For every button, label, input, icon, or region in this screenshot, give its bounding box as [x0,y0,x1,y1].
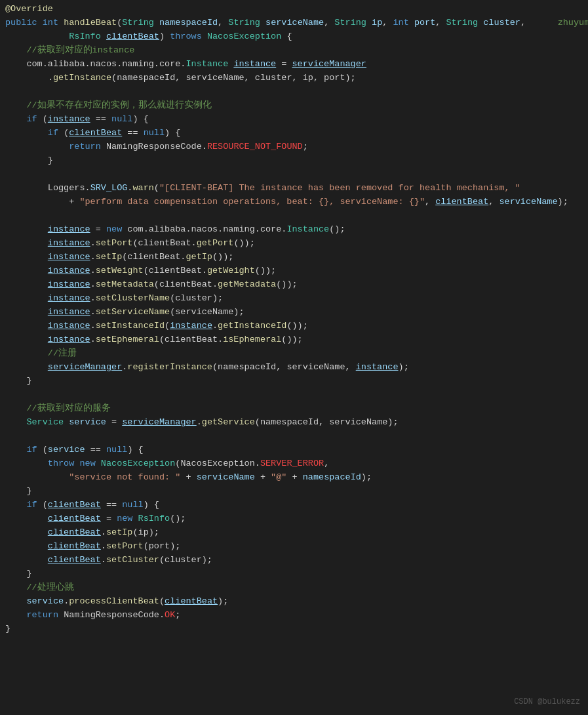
code-line-13 [0,168,588,182]
code-line-42: } [0,567,588,581]
code-line-6: .getInstance(namespaceId, serviceName, c… [0,72,588,85]
annotation-override: @Override [5,4,53,14]
code-line-39: clientBeat.setIp(ip); [0,526,588,540]
code-line-23: instance.setServiceName(serviceName); [0,306,588,319]
code-line-5: com.alibaba.nacos.naming.core.Instance i… [0,58,588,72]
code-line-20: instance.setWeight(clientBeat.getWeight(… [0,264,588,278]
code-line-31: Service service = serviceManager.getServ… [0,416,588,430]
code-line-30: //获取到对应的服务 [0,402,588,416]
code-line-25: instance.setEphemeral(clientBeat.isEphem… [0,333,588,347]
code-line-10: if (clientBeat == null) { [0,127,588,140]
code-line-14: Loggers.SRV_LOG.warn("[CLIENT-BEAT] The … [0,182,588,195]
code-line-18: instance.setPort(clientBeat.getPort()); [0,237,588,251]
code-line-3: RsInfo clientBeat) throws NacosException… [0,30,588,44]
code-line-19: instance.setIp(clientBeat.getIp()); [0,251,588,264]
code-line-45: return NamingResponseCode.OK; [0,609,588,623]
code-line-40: clientBeat.setPort(port); [0,540,588,554]
code-line-44: service.processClientBeat(clientBeat); [0,595,588,609]
code-line-34: throw new NacosException(NacosException.… [0,457,588,471]
code-line-37: if (clientBeat == null) { [0,499,588,512]
code-line-35: "service not found: " + serviceName + "@… [0,471,588,485]
code-line-27: serviceManager.registerInstance(namespac… [0,361,588,375]
kw-int: int [43,18,58,28]
kw-public: public [5,18,37,28]
code-line-28: } [0,375,588,388]
code-line-16 [0,209,588,223]
code-line-7 [0,85,588,99]
method-handlebeat: handleBeat [64,18,117,28]
code-line-12: } [0,154,588,168]
code-line-17: instance = new com.alibaba.nacos.naming.… [0,223,588,237]
code-line-22: instance.setClusterName(cluster); [0,292,588,306]
code-line-46: } [0,623,588,636]
code-line-4: //获取到对应的instance [0,44,588,58]
code-line-15: + "perform data compensation operations,… [0,195,588,209]
code-line-43: //处理心跳 [0,581,588,595]
code-line-9: if (instance == null) { [0,113,588,127]
watermark: CSDN @bulukezz [514,696,580,708]
code-viewer: @Override public int handleBeat(String n… [0,0,588,715]
code-line-38: clientBeat = new RsInfo(); [0,512,588,526]
code-line-11: return NamingResponseCode.RESOURCE_NOT_F… [0,140,588,154]
code-line-32 [0,430,588,443]
code-line-36: } [0,485,588,499]
code-line-1: @Override [0,3,588,16]
code-line-33: if (service == null) { [0,443,588,457]
code-line-29 [0,388,588,402]
code-line-24: instance.setInstanceId(instance.getInsta… [0,319,588,333]
code-line-41: clientBeat.setCluster(cluster); [0,554,588,567]
code-line-21: instance.setMetadata(clientBeat.getMetad… [0,278,588,292]
type-string1: String [122,18,154,28]
code-line-8: //如果不存在对应的实例，那么就进行实例化 [0,99,588,113]
code-line-2: public int handleBeat(String namespaceId… [0,16,588,30]
code-line-26: //注册 [0,347,588,361]
